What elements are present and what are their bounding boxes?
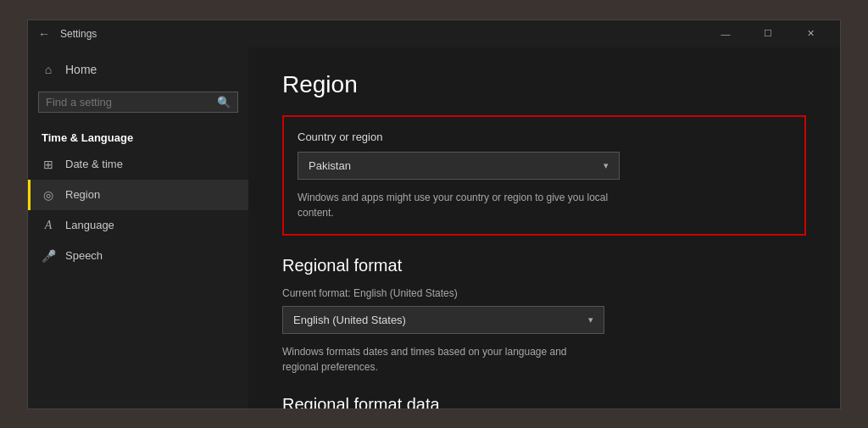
sidebar-item-home[interactable]: ⌂ Home bbox=[28, 54, 248, 85]
regional-format-title: Regional format bbox=[282, 256, 806, 275]
window-title: Settings bbox=[60, 28, 97, 40]
country-region-section: Country or region Pakistan ▾ Windows and… bbox=[282, 115, 806, 236]
regional-format-data-section: Regional format data Select Change data … bbox=[282, 395, 806, 409]
minimize-button[interactable]: — bbox=[706, 20, 745, 47]
content-area: ⌂ Home 🔍 Time & Language ⊞ Date & time ◎… bbox=[28, 47, 840, 409]
country-region-label: Country or region bbox=[298, 131, 791, 143]
search-icon: 🔍 bbox=[217, 96, 231, 108]
sidebar-item-speech[interactable]: 🎤 Speech bbox=[28, 241, 248, 271]
country-region-value: Pakistan bbox=[309, 159, 351, 172]
back-button[interactable]: ← bbox=[38, 27, 50, 41]
language-icon: A bbox=[42, 219, 55, 232]
window-controls: — ☐ ✕ bbox=[706, 20, 830, 47]
page-title: Region bbox=[282, 71, 806, 98]
maximize-button[interactable]: ☐ bbox=[748, 20, 787, 47]
titlebar: ← Settings — ☐ ✕ bbox=[28, 20, 840, 47]
sidebar-home-label: Home bbox=[65, 63, 97, 76]
date-time-icon: ⊞ bbox=[42, 158, 55, 171]
regional-format-data-title: Regional format data bbox=[282, 395, 806, 409]
home-icon: ⌂ bbox=[42, 63, 55, 76]
country-region-description: Windows and apps might use your country … bbox=[298, 190, 620, 220]
chevron-down-icon: ▾ bbox=[604, 160, 609, 171]
chevron-down-icon: ▾ bbox=[588, 314, 593, 325]
region-icon: ◎ bbox=[42, 188, 55, 202]
regional-format-dropdown[interactable]: English (United States) ▾ bbox=[282, 306, 604, 334]
search-box[interactable]: 🔍 bbox=[38, 92, 238, 113]
country-region-dropdown[interactable]: Pakistan ▾ bbox=[298, 152, 620, 180]
sidebar: ⌂ Home 🔍 Time & Language ⊞ Date & time ◎… bbox=[28, 47, 248, 409]
sidebar-item-region[interactable]: ◎ Region bbox=[28, 180, 248, 210]
regional-format-description: Windows formats dates and times based on… bbox=[282, 344, 604, 375]
sidebar-item-language[interactable]: A Language bbox=[28, 210, 248, 241]
current-format-label: Current format: English (United States) bbox=[282, 287, 806, 299]
speech-icon: 🎤 bbox=[42, 249, 55, 263]
sidebar-item-label: Language bbox=[65, 219, 114, 231]
settings-window: ← Settings — ☐ ✕ ⌂ Home 🔍 Time & Languag… bbox=[27, 19, 841, 409]
regional-format-section: Regional format Current format: English … bbox=[282, 256, 806, 375]
search-input[interactable] bbox=[46, 96, 212, 108]
main-content: Region Country or region Pakistan ▾ Wind… bbox=[248, 47, 840, 409]
sidebar-item-label: Speech bbox=[65, 249, 103, 262]
regional-format-value: English (United States) bbox=[293, 314, 406, 326]
sidebar-section-label: Time & Language bbox=[28, 120, 248, 149]
close-button[interactable]: ✕ bbox=[791, 20, 830, 47]
sidebar-item-label: Date & time bbox=[65, 158, 123, 170]
sidebar-item-label: Region bbox=[65, 188, 100, 201]
sidebar-item-date-time[interactable]: ⊞ Date & time bbox=[28, 149, 248, 180]
